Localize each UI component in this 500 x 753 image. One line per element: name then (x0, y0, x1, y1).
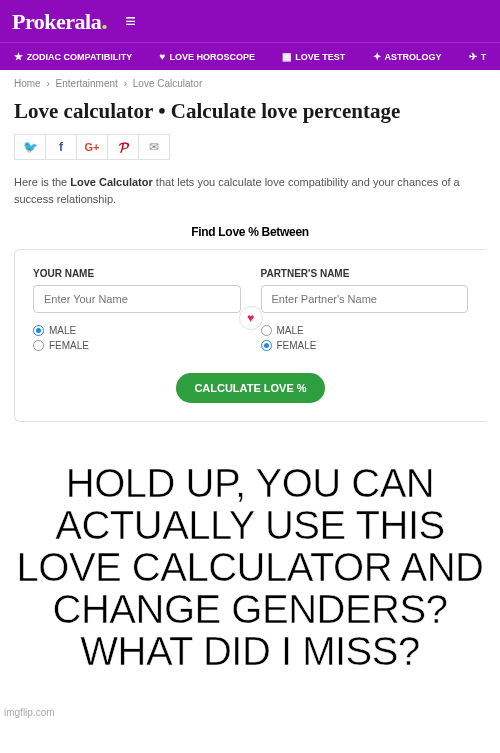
twitter-share-button[interactable]: 🐦 (14, 134, 46, 160)
meme-caption: HOLD UP, YOU CAN ACTUALLY USE THIS LOVE … (0, 422, 500, 702)
partner-name-label: PARTNER'S NAME (261, 268, 469, 279)
nav-travel[interactable]: ✈T (469, 51, 487, 62)
radio-icon (33, 340, 44, 351)
your-gender-female[interactable]: FEMALE (33, 340, 241, 351)
pinterest-share-button[interactable]: 𝓟 (107, 134, 139, 160)
radio-icon (261, 325, 272, 336)
breadcrumb-entertainment[interactable]: Entertainment (56, 78, 118, 89)
heart-icon: ♥ (160, 51, 166, 62)
googleplus-share-button[interactable]: G+ (76, 134, 108, 160)
partner-gender-female[interactable]: FEMALE (261, 340, 469, 351)
nav-bar: ★ZODIAC COMPATIBILITY ♥LOVE HOROSCOPE ▦L… (0, 42, 500, 70)
your-gender-male[interactable]: MALE (33, 325, 241, 336)
your-name-label: YOUR NAME (33, 268, 241, 279)
your-name-input[interactable] (33, 285, 241, 313)
heart-divider-icon: ♥ (239, 306, 263, 330)
nav-zodiac[interactable]: ★ZODIAC COMPATIBILITY (14, 51, 133, 62)
plane-icon: ✈ (469, 51, 477, 62)
nav-astrology[interactable]: ✦ASTROLOGY (373, 51, 442, 62)
page-title: Love calculator • Calculate love percent… (0, 97, 500, 134)
header-bar: Prokerala. ≡ (0, 0, 500, 42)
email-icon: ✉ (149, 140, 159, 154)
nav-horoscope[interactable]: ♥LOVE HOROSCOPE (160, 51, 255, 62)
radio-icon (261, 340, 272, 351)
social-share-row: 🐦 f G+ 𝓟 ✉ (0, 134, 500, 174)
email-share-button[interactable]: ✉ (138, 134, 170, 160)
pinterest-icon: 𝓟 (119, 139, 128, 156)
logo[interactable]: Prokerala. (12, 6, 107, 36)
watermark: imgflip.com (0, 705, 59, 720)
partner-gender-male[interactable]: MALE (261, 325, 469, 336)
facebook-share-button[interactable]: f (45, 134, 77, 160)
nav-lovetest[interactable]: ▦LOVE TEST (282, 51, 345, 62)
your-name-col: YOUR NAME MALE FEMALE (33, 268, 241, 355)
radio-icon (33, 325, 44, 336)
calculate-button[interactable]: CALCULATE LOVE % (176, 373, 324, 403)
googleplus-icon: G+ (85, 141, 100, 153)
breadcrumb-home[interactable]: Home (14, 78, 41, 89)
star-icon: ★ (14, 51, 23, 62)
twitter-icon: 🐦 (23, 140, 38, 154)
breadcrumb-current: Love Calculator (133, 78, 202, 89)
partner-name-col: PARTNER'S NAME MALE FEMALE (261, 268, 469, 355)
sparkle-icon: ✦ (373, 51, 381, 62)
facebook-icon: f (59, 140, 63, 154)
hamburger-icon[interactable]: ≡ (125, 11, 136, 32)
grid-icon: ▦ (282, 51, 291, 62)
partner-name-input[interactable] (261, 285, 469, 313)
intro-text: Here is the Love Calculator that lets yo… (0, 174, 500, 221)
love-form: YOUR NAME MALE FEMALE ♥ PARTNER'S NAME M… (14, 249, 486, 422)
breadcrumb: Home › Entertainment › Love Calculator (0, 70, 500, 97)
find-love-heading: Find Love % Between (0, 221, 500, 249)
